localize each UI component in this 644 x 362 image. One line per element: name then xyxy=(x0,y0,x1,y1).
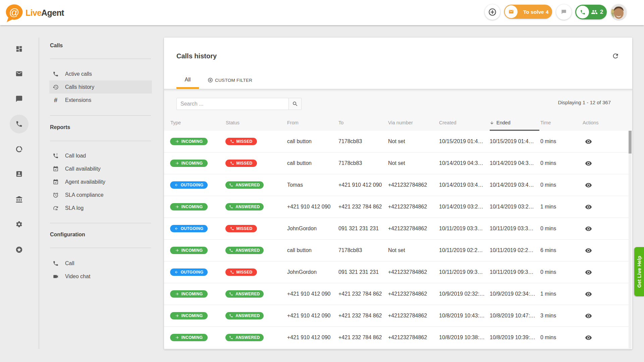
svg-text:Agent: Agent xyxy=(41,8,64,17)
svg-text:Live: Live xyxy=(25,8,42,17)
svg-text:@: @ xyxy=(9,7,19,18)
